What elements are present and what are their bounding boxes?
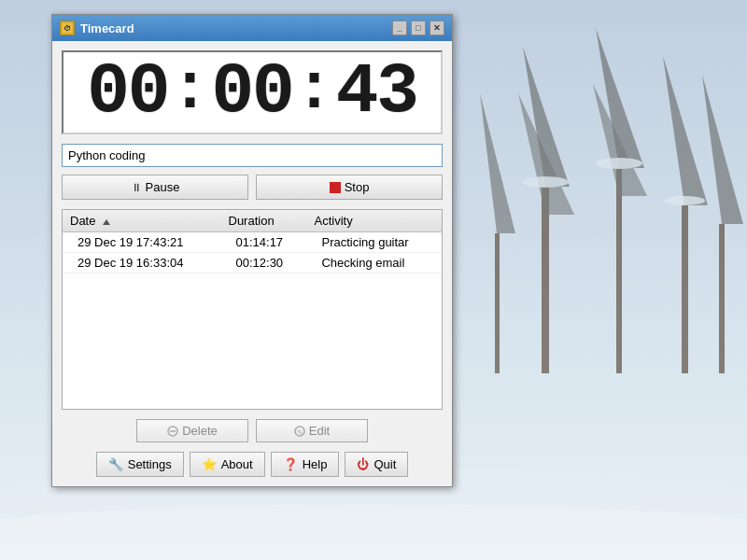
col-activity[interactable]: Activity [306, 210, 442, 232]
col-date[interactable]: Date [63, 210, 221, 232]
cell-date: 29 Dec 19 16:33:04 [63, 253, 221, 273]
table-body: 29 Dec 19 17:43:2101:14:17Practicing gui… [63, 232, 442, 273]
quit-label: Quit [374, 457, 396, 471]
about-button[interactable]: ⭐ About [190, 452, 265, 477]
svg-rect-6 [682, 205, 688, 373]
svg-marker-7 [663, 56, 708, 205]
cell-duration: 01:14:17 [221, 232, 307, 253]
minimize-button[interactable]: _ [392, 21, 407, 35]
delete-icon [167, 426, 178, 437]
stop-icon [330, 182, 341, 193]
clock-hour: 00 [87, 61, 168, 124]
svg-point-15 [596, 158, 642, 169]
svg-marker-2 [518, 93, 574, 215]
delete-label: Delete [182, 424, 218, 438]
stop-label: Stop [345, 180, 370, 194]
records-table-container: Date Duration Activity 29 Dec 19 17:43:2… [62, 209, 443, 410]
svg-text:✎: ✎ [296, 427, 303, 436]
settings-icon: 🔧 [108, 457, 123, 471]
cell-activity: Checking email [306, 253, 442, 273]
clock-digits: 00 : 00 : 43 [87, 61, 417, 124]
cell-duration: 00:12:30 [221, 253, 307, 273]
edit-icon: ✎ [294, 426, 305, 437]
clock-second: 43 [336, 61, 417, 124]
control-buttons: ⏸ Pause Stop [62, 175, 443, 200]
clock-display: 00 : 00 : 43 [62, 50, 443, 134]
quit-icon: ⏻ [357, 457, 369, 471]
action-row: Delete ✎ Edit [62, 419, 443, 442]
quit-button[interactable]: ⏻ Quit [345, 452, 408, 477]
svg-rect-10 [719, 224, 725, 373]
clock-minute: 00 [211, 61, 292, 124]
settings-button[interactable]: 🔧 Settings [96, 452, 184, 477]
pause-icon: ⏸ [131, 181, 142, 194]
activity-input[interactable] [62, 144, 443, 167]
svg-marker-9 [480, 93, 515, 233]
about-label: About [221, 457, 253, 471]
sort-arrow-icon [103, 219, 110, 225]
close-button[interactable]: ✕ [430, 21, 444, 35]
about-icon: ⭐ [202, 457, 217, 471]
titlebar: ⏱ Timecard _ □ ✕ [52, 15, 452, 41]
svg-marker-11 [702, 75, 743, 224]
clock-sep2: : [293, 61, 336, 119]
records-table: Date Duration Activity 29 Dec 19 17:43:2… [63, 210, 442, 273]
main-window: ⏱ Timecard _ □ ✕ 00 : 00 : 43 [51, 14, 453, 487]
pause-label: Pause [146, 180, 180, 194]
edit-button[interactable]: ✎ Edit [256, 419, 368, 442]
svg-point-13 [0, 504, 747, 560]
maximize-button[interactable]: □ [411, 21, 426, 35]
delete-button[interactable]: Delete [136, 419, 248, 442]
help-button[interactable]: ❓ Help [271, 452, 340, 477]
window-body: 00 : 00 : 43 ⏸ Pause Stop [52, 41, 452, 486]
app-icon: ⏱ [60, 21, 75, 35]
bottom-buttons: 🔧 Settings ⭐ About ❓ Help ⏻ Quit [62, 452, 443, 477]
table-header-row: Date Duration Activity [63, 210, 442, 232]
table-row[interactable]: 29 Dec 19 16:33:0400:12:30Checking email [63, 253, 442, 273]
edit-label: Edit [309, 424, 330, 438]
svg-text:⏱: ⏱ [63, 24, 71, 33]
cell-date: 29 Dec 19 17:43:21 [63, 232, 221, 253]
titlebar-controls: _ □ ✕ [392, 21, 444, 35]
clock-sep1: : [168, 61, 211, 119]
settings-label: Settings [128, 457, 172, 471]
window-title: Timecard [80, 21, 134, 35]
pause-button[interactable]: ⏸ Pause [62, 175, 248, 200]
help-label: Help [303, 457, 328, 471]
svg-point-14 [522, 176, 569, 188]
svg-rect-8 [495, 233, 500, 373]
titlebar-left: ⏱ Timecard [60, 21, 134, 35]
cell-activity: Practicing guitar [306, 232, 442, 253]
table-row[interactable]: 29 Dec 19 17:43:2101:14:17Practicing gui… [63, 232, 442, 253]
svg-point-16 [664, 196, 705, 205]
svg-rect-3 [616, 168, 622, 373]
col-duration[interactable]: Duration [221, 210, 307, 232]
stop-button[interactable]: Stop [256, 175, 443, 200]
help-icon: ❓ [283, 457, 298, 471]
